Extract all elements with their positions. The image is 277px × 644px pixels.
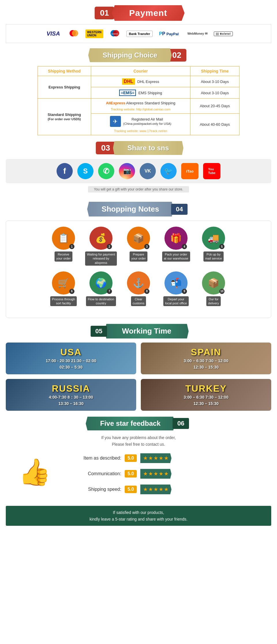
usa-times: 17:00 - 20:30 21:30 – 02:0002:30 – 5:30 <box>46 358 96 371</box>
dhl-logo: DHL <box>122 78 135 85</box>
airmail-icon: ✈ <box>110 116 121 127</box>
step-3: 📦 3 Prepareyour order <box>123 227 154 266</box>
steps-row-1: 📋 1 Receiveyour order 💰 2 Waiting for pa… <box>12 227 265 266</box>
svg-point-1 <box>72 30 78 36</box>
step-4-label: Pack your orderat our warehouse <box>162 251 190 262</box>
share-gift-row: You will get a gift with your order afte… <box>0 186 277 197</box>
comm-stars: ★ ★ ★ ★ ★ <box>140 469 171 479</box>
feedback-header: Five star feedback 06 <box>0 417 277 430</box>
mc-logo <box>66 29 81 39</box>
ali-logo: AliExpress <box>106 101 125 105</box>
described-label: Item as described: <box>69 456 121 461</box>
webmoney-logo: WebMoney ✉ <box>185 31 210 37</box>
step-7: 🌍 7 Flow to destinationcountry <box>85 271 117 306</box>
feedback-content: 👍 Item as described: 5.0 ★ ★ ★ ★ ★ Commu… <box>6 453 271 500</box>
visa-logo: VISA <box>44 29 62 38</box>
shipping-header: Shipping Choice 02 <box>0 48 277 62</box>
vk-icon[interactable]: VK <box>140 163 156 179</box>
ship-score: 5.0 <box>125 486 137 493</box>
turkey-card: TURKEY 3:00 – 6:30 7:30 – 12:0012:30 – 1… <box>141 379 271 411</box>
step-4: 🎁 4 Pack your orderat our warehouse <box>160 227 192 266</box>
rating-shipping: Shipping speed: 5.0 ★ ★ ★ ★ ★ <box>69 484 271 494</box>
shipping-section: Shipping Choice 02 Shipping Method Couri… <box>0 48 277 135</box>
col-time: Shipping Time <box>190 66 239 76</box>
turkey-name: TURKEY <box>184 383 229 394</box>
col-method: Shipping Method <box>38 66 91 76</box>
notes-header: Shopping Notes 04 <box>0 202 277 216</box>
rating-described: Item as described: 5.0 ★ ★ ★ ★ ★ <box>69 453 271 463</box>
table-row: Express Shipping DHL DHL Express About 3… <box>38 76 239 87</box>
payment-title: Payment <box>112 5 185 21</box>
step-8: ⚓ 8 Clearcustoms <box>123 271 154 306</box>
share-title: Share to sns <box>113 141 184 155</box>
youtube-icon[interactable]: YouTube <box>203 163 220 179</box>
payment-header: 01 Payment <box>38 5 239 21</box>
share-num: 03 <box>96 142 115 154</box>
russia-times: 4:00-7:30 8：30 – 13:0013:30 – 16:30 <box>49 394 93 407</box>
step-8-label: Clearcustoms <box>131 296 146 306</box>
payment-num: 01 <box>95 7 114 19</box>
instagram-icon[interactable]: 📷 <box>119 163 135 179</box>
russia-card: RUSSIA 4:00-7:30 8：30 – 13:0013:30 – 16:… <box>6 379 136 411</box>
spain-name: SPAIN <box>184 347 229 358</box>
boletol-logo: ||| Boletol <box>214 32 233 36</box>
sns-icons-row: f S ✆ 📷 VK 🐦 iTao YouTube <box>6 159 271 183</box>
ems-logo: ≡EMS≡ <box>119 90 136 96</box>
airmail-courier: ✈ Registered Air Mail(China post/epacket… <box>91 114 190 135</box>
share-gift-text: You will get a gift with your order afte… <box>88 186 189 193</box>
ali-tracking: Tracking website: http://global.cainiao.… <box>111 108 171 111</box>
step-2-label: Waiting for paymentreleased by alixpress <box>85 251 117 266</box>
feedback-subtitle: If you have any problems about the order… <box>0 434 277 447</box>
shopping-notes-section: Shopping Notes 04 📋 1 Receiveyour order … <box>0 202 277 318</box>
ali-time: About 20-45 Days <box>190 99 239 114</box>
working-header: 05 Working Time <box>0 324 277 338</box>
spain-times: 3:00 – 6:30 7:30 – 12:0012:30 – 15:30 <box>184 358 229 371</box>
bank-transfer-logo: Bank Transfer <box>126 31 153 37</box>
feedback-section: Five star feedback 06 If you have any pr… <box>0 417 277 526</box>
thumb-area: 👍 <box>6 459 63 485</box>
ship-label: Shipping speed: <box>69 487 121 492</box>
comm-label: Communication: <box>69 471 121 476</box>
ship-stars: ★ ★ ★ ★ ★ <box>140 484 171 494</box>
whatsapp-icon[interactable]: ✆ <box>98 163 114 179</box>
working-grid: USA 17:00 - 20:30 21:30 – 02:0002:30 – 5… <box>6 343 271 411</box>
table-row: Standard Shipping(For order over USD5) A… <box>38 99 239 114</box>
notes-num: 04 <box>171 204 187 215</box>
step-2: 💰 2 Waiting for paymentreleased by alixp… <box>85 227 117 266</box>
ali-courier: AliExpress Aliexpress Standard Shipping … <box>91 99 190 114</box>
step-7-label: Flow to destinationcountry <box>86 296 116 306</box>
feedback-num: 06 <box>173 418 189 429</box>
share-header: 03 Share to sns <box>0 141 277 155</box>
ship-title: Shipping Choice <box>88 48 172 62</box>
rating-communication: Communication: 5.0 ★ ★ ★ ★ ★ <box>69 469 271 479</box>
step-6: 🛒 6 Process throughsort facility <box>48 271 79 306</box>
standard-method: Standard Shipping(For order over USD5) <box>38 99 91 135</box>
twitter-icon[interactable]: 🐦 <box>160 163 177 179</box>
payment-section: 01 Payment VISA WESTERNUNION maestro Ban… <box>0 5 277 43</box>
shipping-table: Shipping Method Courier Shipping Time Ex… <box>38 66 239 135</box>
comm-score: 5.0 <box>125 470 137 478</box>
airmail-tracking: Tracking website: www.17track.net/en <box>114 129 167 133</box>
col-courier: Courier <box>91 66 190 76</box>
working-title: Working Time <box>105 324 189 338</box>
dhl-time: About 3-10 Days <box>190 76 239 87</box>
steps-row-2: 🛒 6 Process throughsort facility 🌍 7 Flo… <box>12 271 265 306</box>
svg-text:maestro: maestro <box>111 33 118 35</box>
step-6-label: Process throughsort facility <box>50 296 77 306</box>
paypal-logo: PP PayPal <box>157 30 181 38</box>
feedback-footer: If satisfied with our products, kindly l… <box>6 506 271 526</box>
step-1: 📋 1 Receiveyour order <box>48 227 79 266</box>
step-9-label: Depart yourlocal post office <box>163 296 189 306</box>
itao-icon[interactable]: iTao <box>181 163 199 179</box>
feedback-title: Five star feedback <box>86 417 175 430</box>
step-10-label: Our fordelivery <box>206 296 221 306</box>
facebook-icon[interactable]: f <box>57 163 73 179</box>
usa-card: USA 17:00 - 20:30 21:30 – 02:0002:30 – 5… <box>6 343 136 374</box>
notes-title: Shopping Notes <box>87 202 173 216</box>
wu-logo: WESTERNUNION <box>85 29 103 38</box>
described-stars: ★ ★ ★ ★ ★ <box>140 453 171 463</box>
spain-card: SPAIN 3:00 – 6:30 7:30 – 12:0012:30 – 15… <box>141 343 271 374</box>
skype-icon[interactable]: S <box>77 163 93 179</box>
working-num: 05 <box>91 326 107 337</box>
dhl-courier: DHL DHL Express <box>91 76 190 87</box>
